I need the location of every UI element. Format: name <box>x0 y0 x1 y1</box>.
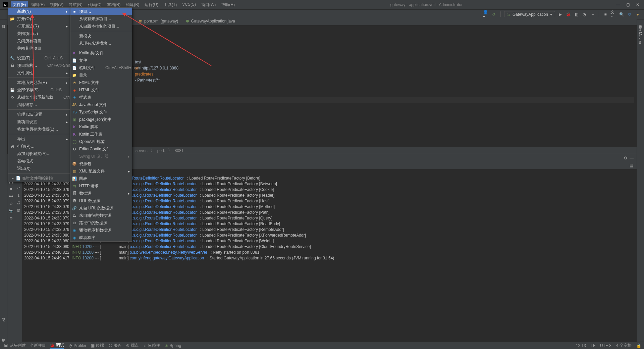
stop-debug-icon[interactable]: ■ <box>8 186 14 191</box>
file-local-history[interactable]: 本地历史记录(H)▸ <box>8 79 70 86</box>
new-kotlin-script[interactable]: KKotlin 脚本 <box>70 123 132 131</box>
file-export[interactable]: 导出▸ <box>8 135 70 143</box>
status-le[interactable]: LF <box>591 343 595 348</box>
new-ts[interactable]: TSTypeScript 文件 <box>70 108 132 116</box>
status-profiler[interactable]: ◔ Profiler <box>69 343 86 348</box>
status-endpoints[interactable]: ⊕ 端点 <box>126 343 139 348</box>
new-kotlin-class[interactable]: KKotlin 类/文件 <box>70 49 132 57</box>
new-scratch[interactable]: 📄临时文件Ctrl+Alt+Shift+Insert <box>70 64 132 71</box>
soft-wrap-icon[interactable]: ↩ <box>16 185 21 191</box>
new-from-vcs[interactable]: 来自版本控制的项目… <box>70 22 132 30</box>
tab-java[interactable]: GatewayApplication.java <box>182 17 239 25</box>
camera-icon[interactable]: 📷 <box>8 208 14 213</box>
new-project[interactable]: ■项目… <box>70 8 132 15</box>
crumb-item[interactable]: 8081 <box>175 148 184 153</box>
tool-project-tab[interactable]: 项目 <box>0 19 7 25</box>
status-services[interactable]: ⎔ 服务 <box>109 343 121 348</box>
crumb-item[interactable]: port: <box>157 148 165 153</box>
file-close-all[interactable]: 关闭所有项目 <box>8 37 70 45</box>
new-module-existing[interactable]: 从现有来源模块… <box>70 40 132 47</box>
file-favorites[interactable]: 添加到收藏夹(A)… <box>8 150 70 157</box>
new-chart[interactable]: 📊图表 <box>70 175 132 182</box>
minimize-tool-icon[interactable]: — <box>629 155 635 161</box>
console-side-actions: ↑ ↓ ↩ ⤓ 🖨 🗑 <box>15 169 22 342</box>
layout-icon[interactable]: ▤ <box>626 162 637 169</box>
menu-tools[interactable]: 工具(T) <box>162 1 179 8</box>
status-indent[interactable]: 4 个空格 <box>616 343 632 348</box>
new-path-ds2[interactable]: 🗂路径中的数据源 <box>70 219 132 227</box>
status-deps[interactable]: ◇ 依赖项 <box>144 343 160 348</box>
gear-icon[interactable]: ⚙ <box>623 155 629 161</box>
menu-run[interactable]: 运行(U) <box>143 1 160 8</box>
file-project-structure[interactable]: 🏛项目结构…Ctrl+Alt+Shift+S <box>8 62 70 69</box>
new-bundle[interactable]: 📦资源包 <box>70 160 132 167</box>
menu-window[interactable]: 窗口(W) <box>199 1 218 8</box>
new-ddl[interactable]: 🗄DDL 数据源 <box>70 197 132 204</box>
status-enc[interactable]: UTF-8 <box>600 343 611 348</box>
new-swing[interactable]: Swing UI 设计器▸ <box>70 153 132 160</box>
file-recent[interactable]: 打开最近(R)▸ <box>8 22 70 30</box>
file-new-project-settings[interactable]: 新项目设置▸ <box>8 118 70 126</box>
new-directory[interactable]: 📁目录 <box>70 71 132 79</box>
new-editorconfig[interactable]: ⚙EditorConfig 文件 <box>70 145 132 153</box>
right-tool-strip: 数据库 m Maven <box>637 19 644 342</box>
new-file[interactable]: 📄文件 <box>70 57 132 64</box>
file-reload[interactable]: ⟳从磁盘全部重新加载Ctrl+Alt+Y <box>8 94 70 101</box>
mute-breakpoints-icon[interactable]: ⦸ <box>8 201 14 206</box>
new-driver-ds[interactable]: ◉驱动程序和数据源 <box>70 227 132 234</box>
file-close-other[interactable]: 关闭其他项目 <box>8 45 70 52</box>
status-debug[interactable]: 🐞 调试 <box>50 342 64 349</box>
tab-pom[interactable]: mpom.xml (gateway) <box>135 17 182 25</box>
tool-structure-tab[interactable]: 结构 <box>0 333 7 338</box>
new-css[interactable]: ◈样式表 <box>70 94 132 101</box>
file-save-all[interactable]: 💾全部保存(S)Ctrl+S <box>8 86 70 94</box>
menu-vcs[interactable]: VCS(S) <box>180 1 198 8</box>
new-html[interactable]: ◈HTML 文件 <box>70 86 132 94</box>
run-dot-icon <box>186 20 189 22</box>
file-open[interactable]: 📂打开(O)… <box>8 15 70 22</box>
new-url-ds[interactable]: 🔗来自 URL 的数据源 <box>70 204 132 212</box>
new-package-json[interactable]: ▣package.json文件 <box>70 116 132 123</box>
new-kotlin-ws[interactable]: KKotlin 工作表 <box>70 131 132 138</box>
new-js[interactable]: JSJavaScript 文件 <box>70 101 132 108</box>
status-spring[interactable]: ❀ Spring <box>165 343 181 348</box>
new-driver[interactable]: ◉驱动程序 <box>70 234 132 241</box>
editor[interactable]: test uri: http://127.0.0.1:8888 predicat… <box>132 26 637 158</box>
file-save-template[interactable]: 将文件另存为模板(L)… <box>8 126 70 133</box>
new-module[interactable]: 新模块 <box>70 32 132 40</box>
menu-help[interactable]: 帮助(H) <box>219 1 237 8</box>
maximize-icon[interactable]: ▢ <box>626 2 630 7</box>
file-settings[interactable]: 🔧设置(T)…Ctrl+Alt+S <box>8 54 70 62</box>
view-breakpoints-icon[interactable]: ●● <box>8 193 14 199</box>
debug-side-actions: ↻ ▶ ❚❚ ■ ●● ⦸ 📷 ⚙ <box>7 162 15 342</box>
file-new[interactable]: 新建(N)▸ <box>8 8 70 15</box>
new-path-ds[interactable]: 🗂来自路径的数据源 <box>70 212 132 219</box>
new-openapi[interactable]: ◯OpenAPI 规范 <box>70 138 132 145</box>
clear-icon[interactable]: 🗑 <box>16 207 21 213</box>
file-exit[interactable]: 退出(X) <box>8 165 70 172</box>
status-terminal[interactable]: ▣ 终端 <box>91 343 104 348</box>
tool-bookmarks-tab[interactable]: 书签 <box>0 312 7 317</box>
file-properties[interactable]: 文件属性▸ <box>8 69 70 77</box>
file-close-project[interactable]: 关闭项目(J) <box>8 30 70 37</box>
scroll-end-icon[interactable]: ⤓ <box>16 193 21 198</box>
file-print[interactable]: 🖨打印(P)… <box>8 143 70 150</box>
new-fxml[interactable]: ⬘FXML 文件 <box>70 79 132 86</box>
new-xml-config[interactable]: ▥XML 配置文件▸ <box>70 167 132 175</box>
file-ide-settings[interactable]: 管理 IDE 设置▸ <box>8 111 70 118</box>
file-clear-cache[interactable]: 清除缓存… <box>8 101 70 108</box>
new-datasource[interactable]: 🗄数据源▸ <box>70 190 132 197</box>
crumb-item[interactable]: server: <box>136 148 148 153</box>
close-icon[interactable]: ✕ <box>636 2 639 7</box>
file-power-save[interactable]: 省电模式 <box>8 157 70 165</box>
settings-icon[interactable]: ⚙ <box>8 215 14 221</box>
tool-database-tab[interactable]: 数据库 <box>637 19 644 25</box>
print-icon[interactable]: 🖨 <box>16 200 21 205</box>
new-http[interactable]: ⇆HTTP 请求 <box>70 182 132 190</box>
new-from-existing[interactable]: 从现有来源项目… <box>70 15 132 22</box>
tree-scratch[interactable]: ▸📄临时文件和控制台 <box>8 174 70 182</box>
minimize-icon[interactable]: — <box>616 2 620 7</box>
tool-maven-tab[interactable]: m Maven <box>637 25 644 47</box>
app-logo-icon: IJ <box>3 2 8 7</box>
status-lock-icon[interactable]: 🔒 <box>636 343 641 348</box>
